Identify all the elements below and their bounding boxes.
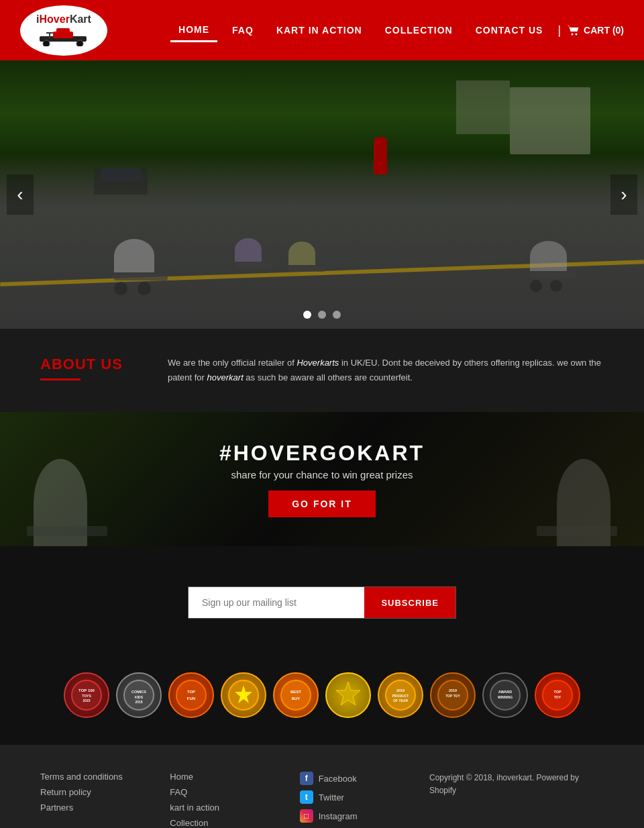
footer-terms[interactable]: Terms and conditions bbox=[40, 772, 156, 782]
footer-partners[interactable]: Partners bbox=[40, 803, 156, 813]
promo-banner: #HOVERGOKART share for your chance to wi… bbox=[0, 412, 644, 546]
about-text-1: We are the only official retailer of bbox=[168, 358, 297, 368]
about-hoverkart: hoverkart bbox=[207, 372, 244, 382]
hero-dot-3[interactable] bbox=[333, 311, 341, 319]
badge-9: AWARD WINNING bbox=[482, 672, 528, 718]
footer-copyright-text: Copyright © 2018, ihoverkart. Powered by… bbox=[429, 772, 604, 797]
svg-text:2019: 2019 bbox=[396, 688, 405, 692]
svg-text:2019: 2019 bbox=[449, 688, 457, 692]
svg-text:COMICS: COMICS bbox=[131, 690, 146, 694]
badge-8: 2019 TOP TOY bbox=[430, 672, 476, 718]
badge-5: BEST BUY bbox=[273, 672, 319, 718]
about-underline bbox=[40, 378, 80, 380]
footer: Terms and conditions Return policy Partn… bbox=[0, 745, 644, 828]
about-hoverkarts: Hoverkarts bbox=[297, 358, 339, 368]
promo-content: #HOVERGOKART share for your chance to wi… bbox=[219, 441, 425, 517]
badge-6 bbox=[325, 672, 371, 718]
main-nav: HOME FAQ KART IN ACTION COLLECTION CONTA… bbox=[170, 19, 624, 42]
badge-3: TOP FUN bbox=[168, 672, 214, 718]
svg-point-1 bbox=[43, 40, 50, 46]
newsletter-form: SUBSCRIBE bbox=[188, 586, 456, 619]
promo-rider-right bbox=[517, 425, 624, 546]
badge-10: TOP TOY bbox=[535, 672, 580, 718]
cart-button[interactable]: CART (0) bbox=[568, 25, 624, 36]
promo-hashtag: #HOVERGOKART bbox=[219, 441, 425, 466]
svg-text:2015: 2015 bbox=[83, 698, 90, 703]
footer-columns: Terms and conditions Return policy Partn… bbox=[40, 772, 604, 828]
cart-icon bbox=[568, 25, 580, 36]
nav-collection[interactable]: COLLECTION bbox=[377, 19, 461, 41]
svg-rect-4 bbox=[56, 28, 70, 34]
footer-col-4: Copyright © 2018, ihoverkart. Powered by… bbox=[429, 772, 604, 828]
footer-instagram-label: Instagram bbox=[319, 811, 358, 821]
svg-text:WINNING: WINNING bbox=[498, 695, 513, 699]
svg-point-17 bbox=[176, 680, 206, 710]
facebook-icon: f bbox=[300, 772, 313, 785]
hero-overlay bbox=[0, 60, 644, 329]
footer-col-3: f Facebook t Twitter □ Instagram bbox=[300, 772, 416, 828]
footer-facebook[interactable]: f Facebook bbox=[300, 772, 416, 785]
footer-faq[interactable]: FAQ bbox=[170, 787, 286, 797]
svg-text:TOP 100: TOP 100 bbox=[78, 688, 95, 692]
about-text: We are the only official retailer of Hov… bbox=[168, 356, 604, 385]
hero-prev-button[interactable]: ‹ bbox=[7, 174, 34, 215]
svg-text:TOY: TOY bbox=[554, 695, 561, 699]
nav-faq[interactable]: FAQ bbox=[224, 19, 262, 41]
footer-collection[interactable]: Collection bbox=[170, 818, 286, 828]
svg-text:KIDS: KIDS bbox=[135, 695, 144, 699]
svg-point-22 bbox=[281, 680, 311, 710]
twitter-icon: t bbox=[300, 790, 313, 804]
footer-return[interactable]: Return policy bbox=[40, 787, 156, 797]
about-title-wrap: ABOUT US bbox=[40, 356, 141, 380]
newsletter-section: SUBSCRIBE bbox=[0, 546, 644, 659]
svg-text:BEST: BEST bbox=[290, 690, 301, 694]
footer-twitter-label: Twitter bbox=[319, 792, 344, 803]
svg-point-7 bbox=[572, 33, 574, 35]
svg-point-2 bbox=[76, 40, 83, 46]
about-section: ABOUT US We are the only official retail… bbox=[0, 329, 644, 412]
badge-1: TOP 100 TOYS 2015 bbox=[64, 672, 109, 718]
svg-text:OF YEAR: OF YEAR bbox=[393, 698, 409, 703]
badge-7: 2019 PRODUCT OF YEAR bbox=[378, 672, 423, 718]
hero-next-button[interactable]: › bbox=[610, 174, 637, 215]
promo-go-button[interactable]: GO FOR IT bbox=[268, 490, 376, 517]
footer-twitter[interactable]: t Twitter bbox=[300, 790, 416, 804]
header: iHoverKart HOME FAQ KART IN ACTION COLLE… bbox=[0, 0, 644, 60]
nav-home[interactable]: HOME bbox=[170, 19, 217, 42]
svg-marker-25 bbox=[336, 682, 360, 705]
promo-subtitle: share for your chance to win great prize… bbox=[219, 469, 425, 480]
about-text-3: as such be aware all others are counterf… bbox=[244, 372, 413, 382]
promo-rider-left bbox=[20, 425, 127, 546]
svg-text:FUN: FUN bbox=[187, 696, 195, 701]
svg-text:TOP TOY: TOP TOY bbox=[445, 694, 460, 698]
svg-text:TOP: TOP bbox=[553, 690, 561, 694]
instagram-icon: □ bbox=[300, 809, 313, 823]
nav-contact[interactable]: CONTACT US bbox=[468, 19, 551, 41]
hero-dot-1[interactable] bbox=[303, 311, 311, 319]
svg-text:AWARD: AWARD bbox=[498, 690, 513, 694]
nav-kart-in-action[interactable]: KART IN ACTION bbox=[268, 19, 370, 41]
footer-instagram[interactable]: □ Instagram bbox=[300, 809, 416, 823]
newsletter-subscribe-button[interactable]: SUBSCRIBE bbox=[364, 587, 455, 618]
svg-text:2015: 2015 bbox=[135, 700, 142, 704]
cart-label: CART (0) bbox=[584, 25, 624, 36]
footer-col-2: Home FAQ kart in action Collection Produ… bbox=[170, 772, 286, 828]
footer-facebook-label: Facebook bbox=[319, 774, 357, 784]
svg-text:TOP: TOP bbox=[187, 690, 195, 694]
about-title: ABOUT US bbox=[40, 356, 141, 373]
logo[interactable]: iHoverKart bbox=[20, 5, 107, 56]
svg-point-8 bbox=[576, 33, 578, 35]
footer-home[interactable]: Home bbox=[170, 772, 286, 782]
nav-divider: | bbox=[557, 23, 561, 38]
svg-text:BUY: BUY bbox=[292, 696, 301, 701]
badge-4 bbox=[221, 672, 266, 718]
hero-dot-2[interactable] bbox=[318, 311, 326, 319]
badge-2: COMICS KIDS 2015 bbox=[116, 672, 162, 718]
footer-kart-action[interactable]: kart in action bbox=[170, 803, 286, 813]
footer-col-1: Terms and conditions Return policy Partn… bbox=[40, 772, 156, 828]
svg-text:TOYS: TOYS bbox=[82, 694, 91, 698]
hero-dots bbox=[303, 311, 341, 319]
newsletter-input[interactable] bbox=[189, 587, 364, 618]
hero-slider: ‹ › bbox=[0, 60, 644, 329]
badges-section: TOP 100 TOYS 2015 COMICS KIDS 2015 TOP F… bbox=[0, 659, 644, 745]
